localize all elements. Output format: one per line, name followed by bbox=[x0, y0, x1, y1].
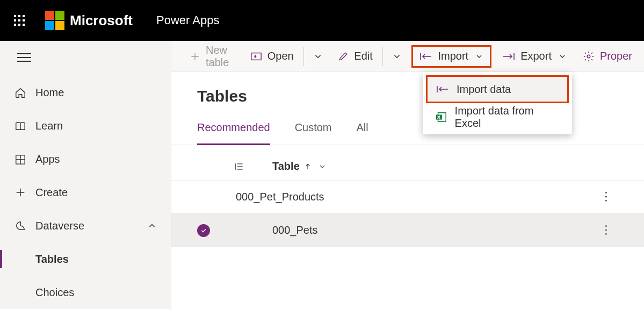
import-icon bbox=[419, 52, 432, 61]
column-header: Table bbox=[171, 145, 644, 181]
import-excel-option[interactable]: Import data from Excel bbox=[426, 103, 569, 131]
export-button[interactable]: Export bbox=[497, 45, 572, 68]
sidebar-item-label: Create bbox=[35, 186, 68, 199]
sidebar-item-label: Choices bbox=[35, 286, 74, 299]
sidebar-item-label: Tables bbox=[35, 253, 69, 265]
sidebar-item-apps[interactable]: Apps bbox=[0, 143, 171, 176]
sidebar-item-label: Home bbox=[35, 87, 64, 99]
row-selected-icon[interactable] bbox=[197, 224, 210, 237]
button-label: Edit bbox=[354, 50, 372, 62]
row-more-icon[interactable]: ⋯ bbox=[594, 219, 619, 242]
table-row[interactable]: 000_Pets ⋯ bbox=[171, 214, 644, 247]
tab-all[interactable]: All bbox=[357, 115, 368, 145]
sidebar-item-tables[interactable]: Tables bbox=[0, 242, 171, 276]
sidebar-item-label: Dataverse bbox=[35, 220, 84, 232]
edit-icon bbox=[338, 51, 349, 62]
properties-button[interactable]: Proper bbox=[577, 45, 638, 68]
sidebar-item-home[interactable]: Home bbox=[0, 76, 171, 110]
chevron-up-icon bbox=[147, 221, 157, 231]
export-icon bbox=[502, 52, 515, 61]
hamburger-button[interactable] bbox=[0, 44, 171, 71]
new-table-button[interactable]: New table bbox=[184, 45, 237, 68]
button-label: Proper bbox=[600, 50, 632, 62]
chevron-down-icon bbox=[558, 52, 567, 61]
plus-icon bbox=[190, 51, 200, 62]
button-label: New table bbox=[206, 44, 232, 69]
import-data-option[interactable]: Import data bbox=[426, 75, 569, 103]
option-label: Import data from Excel bbox=[455, 105, 561, 130]
open-chevron[interactable] bbox=[308, 45, 328, 68]
sort-arrow-up-icon bbox=[304, 163, 312, 170]
microsoft-logo-icon bbox=[45, 11, 64, 30]
sidebar: Home Learn Apps Create Dataverse bbox=[0, 41, 171, 309]
open-icon bbox=[250, 52, 262, 61]
row-more-icon[interactable]: ⋯ bbox=[594, 185, 619, 209]
chevron-down-icon bbox=[475, 52, 483, 61]
table-row[interactable]: 000_Pet_Products ⋯ bbox=[171, 181, 644, 214]
import-icon bbox=[435, 84, 450, 94]
sidebar-item-label: Learn bbox=[35, 120, 63, 132]
row-name: 000_Pet_Products bbox=[236, 191, 324, 203]
button-label: Import bbox=[438, 50, 468, 62]
gear-icon bbox=[583, 51, 595, 62]
open-button[interactable]: Open bbox=[245, 45, 299, 68]
column-chevron[interactable] bbox=[318, 162, 327, 171]
sidebar-item-create[interactable]: Create bbox=[0, 176, 171, 210]
toolbar: New table Open Edit bbox=[171, 41, 644, 72]
svg-point-2 bbox=[587, 55, 590, 58]
plus-icon bbox=[14, 186, 27, 199]
sidebar-item-label: Apps bbox=[35, 153, 60, 166]
page-title: Tables bbox=[171, 87, 644, 115]
import-button[interactable]: Import bbox=[411, 45, 491, 68]
waffle-icon[interactable] bbox=[14, 15, 25, 26]
sidebar-item-dataverse[interactable]: Dataverse bbox=[0, 209, 171, 242]
home-icon bbox=[14, 87, 27, 99]
option-label: Import data bbox=[457, 83, 511, 96]
edit-chevron[interactable] bbox=[387, 45, 407, 68]
product-name: Power Apps bbox=[156, 13, 219, 27]
main-area: New table Open Edit bbox=[171, 41, 644, 309]
tab-bar: Recommended Custom All bbox=[171, 115, 644, 145]
grid-icon bbox=[14, 153, 27, 166]
tab-recommended[interactable]: Recommended bbox=[197, 115, 270, 145]
app-header: Microsoft Power Apps bbox=[0, 0, 644, 41]
book-icon bbox=[14, 120, 27, 133]
content-panel: Import data Import data from Excel Table… bbox=[171, 72, 644, 309]
dataverse-icon bbox=[14, 219, 27, 232]
tab-custom[interactable]: Custom bbox=[295, 115, 332, 145]
sidebar-item-choices[interactable]: Choices bbox=[0, 276, 171, 309]
list-icon bbox=[234, 161, 247, 172]
brand-text: Microsoft bbox=[70, 12, 133, 29]
row-name: 000_Pets bbox=[272, 224, 318, 236]
brand-logo: Microsoft bbox=[45, 11, 133, 30]
button-label: Export bbox=[520, 50, 552, 62]
excel-icon bbox=[433, 111, 448, 123]
sidebar-item-learn[interactable]: Learn bbox=[0, 110, 171, 143]
import-dropdown: Import data Import data from Excel bbox=[423, 72, 572, 134]
column-name[interactable]: Table bbox=[272, 160, 300, 173]
edit-button[interactable]: Edit bbox=[332, 45, 378, 68]
button-label: Open bbox=[267, 50, 294, 62]
